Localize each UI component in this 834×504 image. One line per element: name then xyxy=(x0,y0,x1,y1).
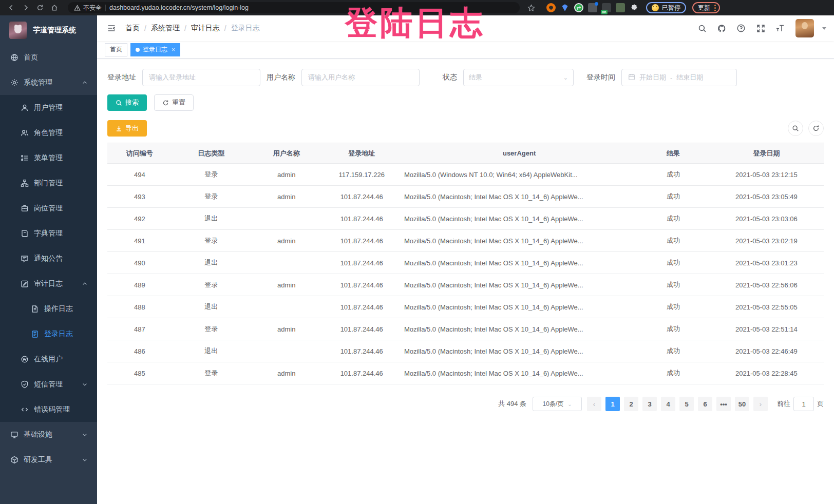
filter-form: 登录地址 请输入登录地址 用户名称 请输入用户名称 状态 结果 ⌄ xyxy=(107,69,824,86)
help-icon[interactable] xyxy=(735,22,747,34)
table-row[interactable]: 493登录admin101.87.244.46Mozilla/5.0 (Maci… xyxy=(107,186,824,208)
sidebar-item-操作日志[interactable]: 操作日志 xyxy=(0,296,97,321)
status-select[interactable]: 结果 ⌄ xyxy=(463,69,574,86)
fullscreen-icon[interactable] xyxy=(754,22,767,34)
page-button-1[interactable]: 1 xyxy=(605,397,620,411)
toggle-search-icon[interactable] xyxy=(788,121,803,136)
font-size-icon[interactable] xyxy=(774,22,786,34)
sidebar-item-研发工具[interactable]: 研发工具 xyxy=(0,447,97,472)
browser-forward-icon[interactable] xyxy=(20,2,32,13)
header-search-icon[interactable] xyxy=(696,22,708,34)
cell-id: 492 xyxy=(107,208,172,230)
sidebar-item-用户管理[interactable]: 用户管理 xyxy=(0,95,97,120)
sidebar-item-基础设施[interactable]: 基础设施 xyxy=(0,422,97,447)
export-button[interactable]: 导出 xyxy=(107,120,147,137)
filter-login-time: 登录时间 开始日期 - 结束日期 xyxy=(586,69,737,86)
page-button-2[interactable]: 2 xyxy=(624,397,638,411)
sidebar-item-label: 字典管理 xyxy=(34,229,63,238)
more-pages-button[interactable]: ••• xyxy=(716,397,731,411)
page-button-6[interactable]: 6 xyxy=(698,397,712,411)
table-row[interactable]: 492退出101.87.244.46Mozilla/5.0 (Macintosh… xyxy=(107,208,824,230)
sidebar-item-错误码管理[interactable]: 错误码管理 xyxy=(0,397,97,422)
cell-result: 成功 xyxy=(637,274,709,296)
bookmark-star-icon[interactable] xyxy=(525,2,537,13)
announcement-icon xyxy=(21,255,29,263)
table-row[interactable]: 490退出101.87.244.46Mozilla/5.0 (Macintosh… xyxy=(107,252,824,274)
page-size-select[interactable]: 10条/页 ⌄ xyxy=(533,397,582,411)
breadcrumb-item-系统管理[interactable]: 系统管理 xyxy=(151,24,180,33)
cell-username: admin xyxy=(251,274,323,296)
profile-paused-badge[interactable]: 已暂停 xyxy=(646,2,686,13)
address-bar[interactable]: 不安全 dashboard.yudao.iocoder.cn/system/lo… xyxy=(68,2,520,13)
sidebar-item-label: 登录日志 xyxy=(44,329,73,339)
close-icon[interactable]: × xyxy=(172,46,175,53)
browser-menu-kebab-icon[interactable] xyxy=(714,5,716,11)
column-header-登录地址: 登录地址 xyxy=(322,143,401,164)
sidebar-item-登录日志[interactable]: 登录日志 xyxy=(0,321,97,346)
goto-page-input[interactable] xyxy=(793,397,814,411)
hamburger-icon[interactable] xyxy=(105,22,118,35)
breadcrumb-item-审计日志[interactable]: 审计日志 xyxy=(191,24,220,33)
cell-user-agent: Mozilla/5.0 (Macintosh; Intel Mac OS X 1… xyxy=(401,362,637,384)
sidebar-item-字典管理[interactable]: 字典管理 xyxy=(0,221,97,246)
extension-orange-icon[interactable] xyxy=(546,3,556,12)
extension-leaf-icon[interactable] xyxy=(616,3,625,12)
login-time-range-picker[interactable]: 开始日期 - 结束日期 xyxy=(621,69,737,86)
table-tools xyxy=(788,121,824,136)
github-icon[interactable] xyxy=(715,22,728,34)
user-avatar[interactable] xyxy=(795,19,814,37)
table-header-row: 访问编号日志类型用户名称登录地址userAgent结果登录日期 xyxy=(107,143,824,164)
sidebar-item-通知公告[interactable]: 通知公告 xyxy=(0,246,97,271)
username-input[interactable]: 请输入用户名称 xyxy=(301,69,420,86)
operation-log-icon xyxy=(31,305,39,313)
sidebar-item-岗位管理[interactable]: 岗位管理 xyxy=(0,196,97,221)
extensions-puzzle-icon[interactable] xyxy=(630,3,639,12)
table-row[interactable]: 489登录admin101.87.244.46Mozilla/5.0 (Maci… xyxy=(107,274,824,296)
sidebar-item-审计日志[interactable]: 审计日志 xyxy=(0,271,97,296)
table-row[interactable]: 485登录admin101.87.244.46Mozilla/5.0 (Maci… xyxy=(107,362,824,384)
sidebar-item-菜单管理[interactable]: 菜单管理 xyxy=(0,145,97,170)
tag-首页[interactable]: 首页 xyxy=(105,43,127,56)
prev-page-button[interactable]: ‹ xyxy=(587,397,601,411)
login-log-table: 访问编号日志类型用户名称登录地址userAgent结果登录日期 494登录adm… xyxy=(107,143,824,384)
extension-grid-icon[interactable] xyxy=(588,3,597,12)
security-warning[interactable]: 不安全 xyxy=(74,4,102,12)
table-row[interactable]: 491登录admin101.87.244.46Mozilla/5.0 (Maci… xyxy=(107,230,824,252)
breadcrumb-item-首页[interactable]: 首页 xyxy=(125,24,140,33)
sidebar-item-短信管理[interactable]: 短信管理 xyxy=(0,372,97,397)
sidebar-item-角色管理[interactable]: 角色管理 xyxy=(0,120,97,145)
column-header-日志类型: 日志类型 xyxy=(172,143,251,164)
page-button-3[interactable]: 3 xyxy=(642,397,657,411)
reset-button[interactable]: 重置 xyxy=(154,94,194,111)
browser-update-button[interactable]: 更新 xyxy=(692,2,720,13)
avatar-caret-icon[interactable] xyxy=(822,27,826,30)
table-row[interactable]: 488退出101.87.244.46Mozilla/5.0 (Macintosh… xyxy=(107,296,824,318)
next-page-button[interactable]: › xyxy=(753,397,768,411)
sidebar-item-系统管理[interactable]: 系统管理 xyxy=(0,70,97,95)
browser-back-icon[interactable] xyxy=(5,2,17,13)
sidebar-item-首页[interactable]: 首页 xyxy=(0,45,97,70)
cell-date: 2021-05-03 23:02:19 xyxy=(709,230,824,252)
refresh-table-icon[interactable] xyxy=(808,121,824,136)
browser-reload-icon[interactable] xyxy=(34,2,46,13)
extension-gem-icon[interactable] xyxy=(560,3,570,12)
sidebar: 芋道管理系统 首页系统管理用户管理角色管理菜单管理部门管理岗位管理字典管理通知公… xyxy=(0,15,97,504)
table-row[interactable]: 487登录admin101.87.244.46Mozilla/5.0 (Maci… xyxy=(107,318,824,340)
table-row[interactable]: 494登录admin117.159.17.226Mozilla/5.0 (Win… xyxy=(107,164,824,186)
chevron-down-icon: ⌄ xyxy=(563,74,568,81)
search-button[interactable]: 搜索 xyxy=(107,94,147,111)
sidebar-item-部门管理[interactable]: 部门管理 xyxy=(0,170,97,196)
cell-id: 494 xyxy=(107,164,172,186)
tag-登录日志[interactable]: 登录日志× xyxy=(130,43,180,56)
page-button-50[interactable]: 50 xyxy=(735,397,749,411)
page-button-4[interactable]: 4 xyxy=(661,397,675,411)
extension-green-sync-icon[interactable]: ⇄ xyxy=(574,3,583,12)
url-text[interactable]: dashboard.yudao.iocoder.cn/system/log/lo… xyxy=(109,4,249,11)
login-address-input[interactable]: 请输入登录地址 xyxy=(142,69,260,86)
table-row[interactable]: 486退出101.87.244.46Mozilla/5.0 (Macintosh… xyxy=(107,340,824,362)
extension-list-icon[interactable]: on xyxy=(602,3,611,12)
page-button-5[interactable]: 5 xyxy=(679,397,694,411)
app-logo[interactable]: 芋道管理系统 xyxy=(0,15,97,45)
sidebar-item-在线用户[interactable]: 在线用户 xyxy=(0,346,97,372)
browser-home-icon[interactable] xyxy=(48,2,61,13)
